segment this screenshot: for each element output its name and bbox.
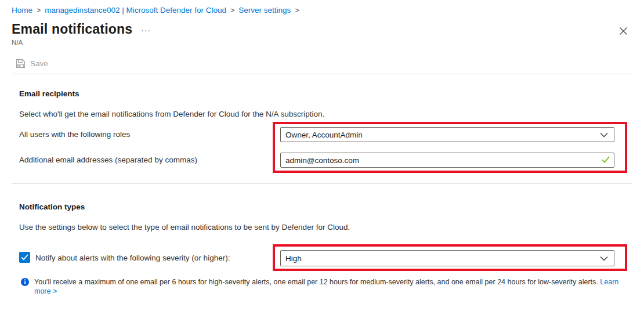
severity-dropdown-value: High — [285, 254, 302, 263]
checkmark-icon — [21, 254, 28, 261]
emails-field-label: Additional email addresses (separated by… — [19, 156, 197, 164]
page-title: Email notifications — [12, 21, 132, 37]
notification-types-heading: Notification types — [19, 202, 85, 211]
notification-types-description: Use the settings below to select the typ… — [19, 223, 350, 232]
emails-field-wrap — [280, 153, 614, 168]
email-notifications-page: Home>managedinstance002 | Microsoft Defe… — [0, 0, 644, 311]
roles-dropdown[interactable]: Owner, AccountAdmin — [280, 127, 614, 142]
close-icon — [619, 27, 628, 35]
breadcrumb-separator: > — [37, 6, 41, 15]
additional-emails-input[interactable] — [280, 153, 614, 168]
breadcrumb: Home>managedinstance002 | Microsoft Defe… — [12, 6, 303, 15]
save-button-label: Save — [30, 59, 48, 68]
breadcrumb-defender-for-cloud[interactable]: managedinstance002 | Microsoft Defender … — [45, 6, 226, 15]
severity-dropdown[interactable]: High — [280, 250, 614, 266]
subscription-subtitle: N/A — [12, 39, 23, 46]
section-divider — [12, 183, 632, 184]
chevron-down-icon — [600, 132, 608, 138]
info-text-body: You'll receive a maximum of one email pe… — [34, 278, 598, 286]
severity-checkbox-label: Notify about alerts with the following s… — [35, 254, 230, 262]
roles-field-label: All users with the following roles — [19, 130, 130, 139]
email-recipients-heading: Email recipients — [19, 89, 79, 98]
close-button[interactable] — [617, 24, 629, 37]
breadcrumb-separator: > — [295, 6, 299, 15]
save-icon — [16, 59, 26, 68]
save-button[interactable]: Save — [16, 59, 48, 68]
command-bar-divider — [12, 74, 632, 74]
more-options-button[interactable]: ··· — [141, 26, 151, 35]
rate-limit-info-row: You'll receive a maximum of one email pe… — [21, 277, 627, 296]
email-recipients-description: Select who'll get the email notification… — [19, 110, 324, 118]
breadcrumb-separator: > — [230, 6, 234, 15]
rate-limit-info-text: You'll receive a maximum of one email pe… — [34, 277, 627, 296]
info-icon — [21, 278, 29, 286]
chevron-down-icon — [600, 256, 608, 261]
severity-checkbox[interactable] — [19, 252, 30, 263]
breadcrumb-home[interactable]: Home — [12, 6, 32, 15]
breadcrumb-server-settings[interactable]: Server settings — [238, 6, 291, 15]
roles-dropdown-value: Owner, AccountAdmin — [285, 131, 363, 139]
